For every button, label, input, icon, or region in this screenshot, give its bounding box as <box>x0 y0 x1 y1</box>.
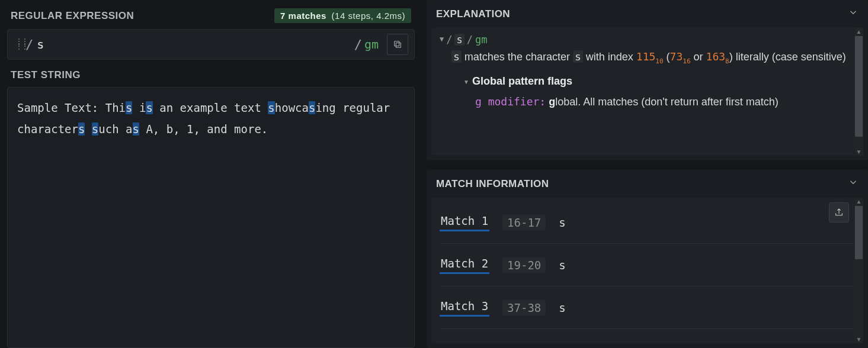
explanation-char: s <box>451 50 462 63</box>
scroll-down-icon[interactable]: ▼ <box>855 148 863 156</box>
regex-header-label: REGULAR EXPRESSION <box>11 10 134 22</box>
match-info-body: ▲ ▼ Match 116-17sMatch 219-20sMatch 337-… <box>431 198 863 343</box>
right-pane: EXPLANATION / s / gm s matches the chara… <box>422 0 868 348</box>
regex-section-header: REGULAR EXPRESSION 7 matches (14 steps, … <box>5 0 417 28</box>
match-info-header-label: MATCH INFORMATION <box>436 178 549 190</box>
match-name: Match 2 <box>440 256 489 274</box>
scroll-thumb[interactable] <box>855 206 863 259</box>
flags-title: Global pattern flags <box>472 75 572 87</box>
drag-handle-icon[interactable] <box>14 38 22 50</box>
copy-icon <box>393 40 402 49</box>
scroll-down-icon[interactable]: ▼ <box>855 336 863 343</box>
test-section-header: TEST STRING <box>5 66 417 86</box>
match-highlight: s <box>78 123 85 136</box>
explanation-header[interactable]: EXPLANATION <box>427 0 868 28</box>
idx-oct: 163 <box>706 50 726 63</box>
g-modifier-label: g modifier: <box>475 95 546 108</box>
svg-rect-0 <box>396 43 401 47</box>
match-highlight: s <box>309 101 315 114</box>
match-row[interactable]: Match 337-38s <box>440 286 855 329</box>
match-stats: (14 steps, 4.2ms) <box>332 11 405 21</box>
regex-flags[interactable]: gm <box>362 37 387 51</box>
match-range: 16-17 <box>502 215 546 230</box>
match-highlight: s <box>146 101 152 114</box>
match-highlight: s <box>268 101 274 114</box>
scroll-up-icon[interactable]: ▲ <box>855 28 863 36</box>
match-row[interactable]: Match 219-20s <box>440 244 855 286</box>
explanation-header-label: EXPLANATION <box>436 8 510 20</box>
regex-close-delimiter: / <box>354 37 362 52</box>
left-pane: REGULAR EXPRESSION 7 matches (14 steps, … <box>0 0 422 348</box>
idx-hex: 73 <box>670 50 683 63</box>
match-value: s <box>559 259 565 272</box>
export-icon <box>834 208 844 217</box>
match-value: s <box>559 301 565 314</box>
explanation-char-2: s <box>573 50 583 63</box>
match-name: Match 3 <box>440 298 489 317</box>
explanation-flags: gm <box>475 34 487 46</box>
match-range: 37-38 <box>502 300 546 315</box>
svg-rect-1 <box>395 41 399 46</box>
regex-input[interactable] <box>33 37 354 51</box>
match-info-panel: MATCH INFORMATION ▲ ▼ Match 116-17sMatch… <box>427 170 868 348</box>
scroll-thumb[interactable] <box>855 36 863 137</box>
chevron-down-icon <box>848 7 859 21</box>
chevron-down-icon <box>848 177 859 191</box>
regex-input-row: / / gm <box>7 29 415 60</box>
match-count: 7 matches <box>280 11 326 21</box>
match-highlight: s <box>126 101 132 114</box>
match-value: s <box>559 216 565 229</box>
scroll-up-icon[interactable]: ▲ <box>855 198 863 205</box>
match-row[interactable]: Match 116-17s <box>440 201 855 244</box>
match-count-badge: 7 matches (14 steps, 4.2ms) <box>274 8 411 23</box>
explanation-token: s <box>454 34 464 46</box>
caret-down-icon[interactable] <box>440 35 444 43</box>
match-range: 19-20 <box>502 257 546 273</box>
explanation-panel: EXPLANATION / s / gm s matches the chara… <box>427 0 868 160</box>
match-name: Match 1 <box>440 213 489 231</box>
copy-regex-button[interactable] <box>387 34 408 55</box>
match-highlight: s <box>133 123 139 136</box>
test-string-input[interactable]: Sample Text: This is an example text sho… <box>7 87 415 348</box>
explanation-pattern-line[interactable]: / s / gm <box>440 34 855 46</box>
idx-dec: 115 <box>636 50 656 63</box>
caret-down-icon[interactable] <box>463 76 469 88</box>
match-highlight: s <box>92 123 98 136</box>
scrollbar[interactable]: ▲ ▼ <box>854 198 863 343</box>
explanation-body: / s / gm s matches the character s with … <box>431 28 863 156</box>
test-header-label: TEST STRING <box>11 69 81 81</box>
match-info-header[interactable]: MATCH INFORMATION <box>427 170 868 198</box>
scrollbar[interactable]: ▲ ▼ <box>854 28 863 156</box>
export-button[interactable] <box>829 202 849 223</box>
explanation-text: s matches the character s with index 115… <box>440 46 855 112</box>
